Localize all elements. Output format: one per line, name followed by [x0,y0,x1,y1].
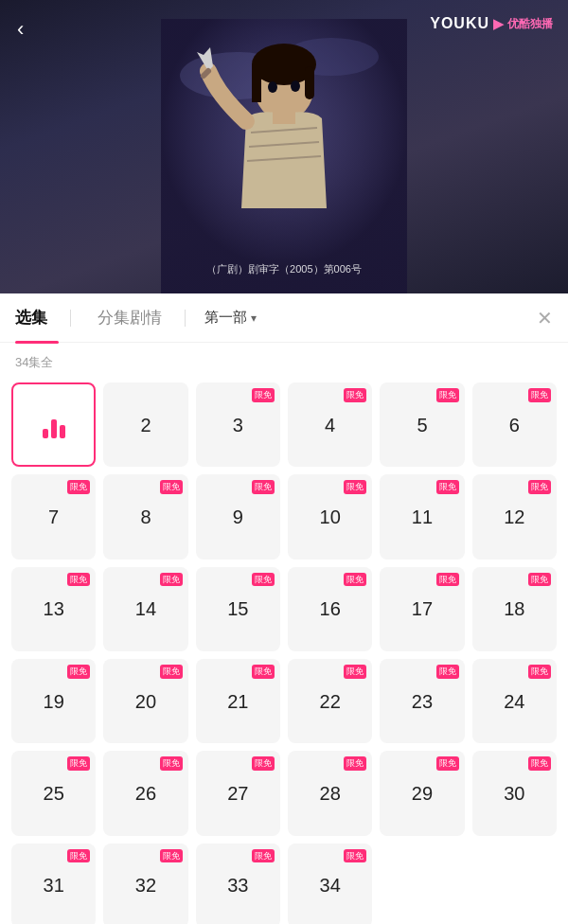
episode-badge: 限免 [528,480,551,494]
episode-cell-33[interactable]: 限免33 [196,844,280,924]
episode-number: 7 [48,507,59,526]
episode-cell-4[interactable]: 限免4 [288,382,372,467]
episode-badge: 限免 [252,480,275,494]
episode-cell-12[interactable]: 限免12 [472,474,557,559]
episode-number: 15 [227,599,248,618]
episode-number: 10 [320,507,341,526]
svg-rect-6 [305,66,314,99]
tab-divider [70,310,71,327]
svg-point-8 [291,80,300,92]
episode-cell-30[interactable]: 限免30 [472,751,557,835]
episode-badge: 限免 [344,849,366,863]
episode-cell-14[interactable]: 限免14 [103,567,187,651]
tab-episode-plot[interactable]: 分集剧情 [82,307,173,329]
episodes-grid: 2限免3限免4限免5限免6限免7限免8限免9限免10限免11限免12限免13限免… [11,382,557,924]
episode-cell-22[interactable]: 限免22 [288,659,372,743]
episode-cell-15[interactable]: 限免15 [196,567,280,651]
episode-number: 32 [135,876,156,895]
episode-badge: 限免 [528,665,551,679]
episode-number: 13 [44,599,64,618]
episode-cell-9[interactable]: 限免9 [196,474,280,559]
episode-badge: 限免 [252,756,275,771]
episode-number: 12 [504,507,524,526]
svg-rect-5 [252,64,261,102]
episode-badge: 限免 [436,665,459,679]
episode-number: 18 [504,599,524,618]
episode-number: 11 [412,507,433,526]
episode-cell-27[interactable]: 限免27 [196,751,280,835]
back-button[interactable]: ‹ [17,17,24,42]
episode-badge: 限免 [67,849,90,863]
episode-badge: 限免 [67,756,90,771]
episode-badge: 限免 [436,388,459,402]
episode-badge: 限免 [344,573,366,587]
episode-cell-16[interactable]: 限免16 [288,567,372,651]
episode-cell-18[interactable]: 限免18 [472,567,557,651]
episode-cell-26[interactable]: 限免26 [103,751,187,835]
episode-cell-5[interactable]: 限免5 [380,382,464,467]
episode-cell-17[interactable]: 限免17 [380,567,464,651]
episode-cell-29[interactable]: 限免29 [380,751,464,835]
episode-badge: 限免 [67,480,90,494]
episode-number: 3 [233,416,243,435]
episode-cell-28[interactable]: 限免28 [288,751,372,835]
video-thumbnail [161,19,407,293]
episode-cell-10[interactable]: 限免10 [288,474,372,559]
episode-number: 29 [412,784,433,803]
episode-badge: 限免 [344,388,366,402]
episode-badge: 限免 [252,665,275,679]
episode-badge: 限免 [67,665,90,679]
episode-badge: 限免 [160,665,183,679]
episode-badge: 限免 [160,756,183,771]
episode-number: 21 [227,692,248,711]
episode-badge: 限免 [252,573,275,587]
episode-number: 6 [509,416,520,435]
close-button[interactable]: ✕ [537,307,553,329]
episode-badge: 限免 [344,756,366,771]
episode-cell-32[interactable]: 限免32 [103,844,187,924]
episode-number: 9 [233,507,243,526]
episode-cell-23[interactable]: 限免23 [380,659,464,743]
tab-select-episodes[interactable]: 选集 [15,307,59,329]
episode-number: 26 [135,784,156,803]
video-subtitle: （广剧）剧审字（2005）第006号 [206,262,362,276]
episode-cell-7[interactable]: 限免7 [11,474,96,559]
episode-cell-19[interactable]: 限免19 [11,659,96,743]
episode-badge: 限免 [252,849,275,863]
episode-cell-8[interactable]: 限免8 [103,474,187,559]
episode-number: 34 [320,876,341,895]
episode-number: 33 [227,876,248,895]
episode-cell-31[interactable]: 限免31 [11,844,96,924]
episode-number: 27 [227,784,248,803]
episode-cell-20[interactable]: 限免20 [103,659,187,743]
episode-badge: 限免 [160,849,183,863]
episode-number: 16 [320,599,341,618]
episode-cell-13[interactable]: 限免13 [11,567,96,651]
episode-badge: 限免 [252,388,275,402]
back-icon: ‹ [17,17,24,41]
episode-cell-2[interactable]: 2 [103,382,187,467]
episode-cell-25[interactable]: 限免25 [11,751,96,835]
episodes-area: 34集全 2限免3限免4限免5限免6限免7限免8限免9限免10限免11限免12限… [0,343,568,924]
episode-cell-21[interactable]: 限免21 [196,659,280,743]
episode-number: 19 [44,692,64,711]
episode-cell-24[interactable]: 限免24 [472,659,557,743]
video-player: ‹ YOUKU ▶ 优酷独播 [0,0,568,293]
svg-rect-9 [273,110,295,124]
episode-number: 25 [44,784,64,803]
episode-cell-6[interactable]: 限免6 [472,382,557,467]
episode-badge: 限免 [436,573,459,587]
episode-badge: 限免 [160,480,183,494]
episode-number: 28 [320,784,341,803]
episode-cell-1[interactable] [11,382,96,467]
episode-number: 22 [320,692,341,711]
episode-number: 8 [140,507,151,526]
episode-cell-34[interactable]: 限免34 [288,844,372,924]
youku-logo: YOUKU ▶ 优酷独播 [430,15,553,32]
tab-divider-2 [185,310,186,327]
episode-cell-3[interactable]: 限免3 [196,382,280,467]
part-selector[interactable]: 第一部 ▾ [204,309,257,327]
episode-badge: 限免 [436,756,459,771]
episode-badge: 限免 [528,388,551,402]
episode-cell-11[interactable]: 限免11 [380,474,464,559]
